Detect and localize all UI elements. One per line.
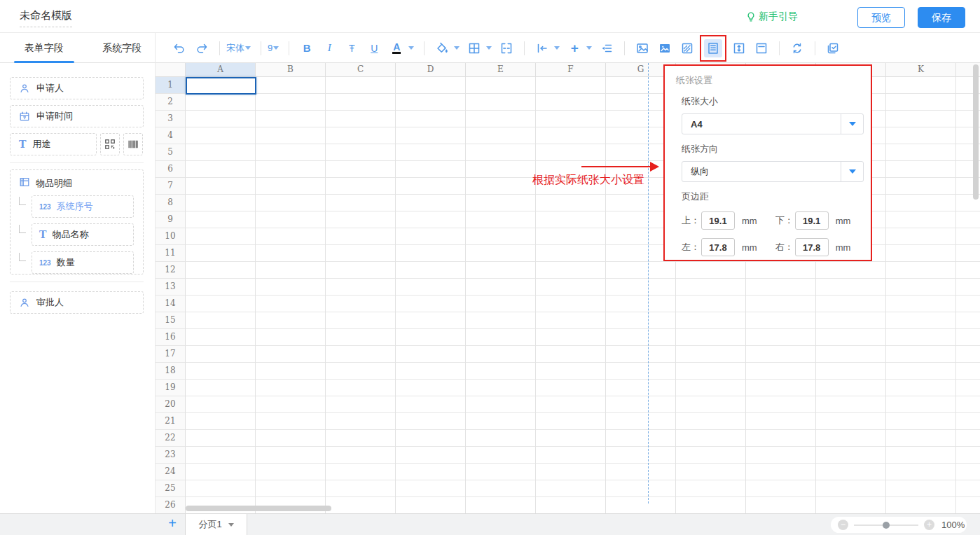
save-button[interactable]: 保存	[918, 7, 965, 28]
column-header[interactable]: D	[396, 63, 466, 76]
field-item-name[interactable]: T 物品名称	[32, 223, 134, 246]
field-quantity[interactable]: 123 数量	[32, 251, 134, 274]
row-header[interactable]: 1	[156, 77, 186, 94]
font-color-caret-icon[interactable]	[408, 46, 414, 50]
row-header[interactable]: 20	[156, 396, 186, 413]
column-header[interactable]: C	[326, 63, 396, 76]
field-group-item-detail[interactable]: 物品明细 123 系统序号 T 物品名称 123 数	[10, 169, 144, 275]
column-header[interactable]: E	[466, 63, 536, 76]
insert-image-filled-button[interactable]	[656, 39, 674, 57]
beginner-guide-link[interactable]: 新手引导	[746, 11, 798, 23]
zoom-slider-track[interactable]	[854, 524, 918, 526]
row-header[interactable]: 4	[156, 127, 186, 144]
column-header[interactable]: A	[186, 63, 256, 76]
row-header[interactable]: 19	[156, 380, 186, 396]
row-header[interactable]: 25	[156, 480, 186, 497]
page-break-button[interactable]	[752, 39, 771, 57]
margin-row-top-bottom: 上： mm 下： mm	[682, 211, 860, 230]
tab-system-fields[interactable]: 系统字段	[90, 33, 156, 63]
page-setup-button[interactable]	[704, 39, 722, 57]
font-family-select[interactable]: 宋体	[226, 42, 244, 55]
row-header[interactable]: 22	[156, 430, 186, 447]
select-arrow-box[interactable]	[841, 162, 863, 181]
sheet-tab-caret-icon[interactable]	[228, 523, 234, 527]
bold-button[interactable]: B	[298, 39, 316, 57]
row-header[interactable]: 3	[156, 111, 186, 127]
field-applicant[interactable]: 申请人	[10, 77, 144, 99]
fill-color-caret-icon[interactable]	[454, 46, 460, 50]
preview-button[interactable]: 预览	[857, 7, 905, 28]
row-header[interactable]: 11	[156, 245, 186, 262]
borders-button[interactable]	[465, 39, 483, 57]
row-header[interactable]: 23	[156, 447, 186, 464]
merge-cells-button[interactable]	[497, 39, 516, 57]
underline-button[interactable]: U	[365, 39, 383, 57]
copy-check-button[interactable]	[824, 39, 842, 57]
field-apply-time[interactable]: 申请时间	[10, 105, 144, 127]
margin-left-input[interactable]	[701, 238, 735, 256]
align-caret-icon[interactable]	[554, 46, 560, 50]
row-header[interactable]: 18	[156, 363, 186, 380]
row-header[interactable]: 14	[156, 296, 186, 312]
field-approver[interactable]: 审批人	[10, 291, 144, 314]
field-purpose[interactable]: T 用途	[10, 133, 97, 155]
barcode-button[interactable]	[123, 133, 143, 155]
italic-button[interactable]: I	[320, 39, 338, 57]
insert-image-button[interactable]	[633, 39, 651, 57]
orientation-select[interactable]: 纵向	[682, 161, 864, 182]
column-header[interactable]: B	[256, 63, 326, 76]
indent-button[interactable]	[598, 39, 616, 57]
selected-cell-a1[interactable]	[186, 77, 256, 95]
column-header[interactable]: F	[536, 63, 606, 76]
sheet-tab[interactable]: 分页1	[185, 514, 247, 535]
horizontal-scrollbar[interactable]	[186, 506, 331, 511]
row-header[interactable]: 5	[156, 144, 186, 161]
row-header[interactable]: 24	[156, 464, 186, 480]
template-title[interactable]: 未命名模版	[20, 9, 72, 27]
zoom-in-button[interactable]: +	[924, 520, 934, 530]
toolbar-divider	[624, 41, 625, 55]
align-button[interactable]	[533, 39, 551, 57]
row-header[interactable]: 12	[156, 262, 186, 279]
font-family-caret-icon[interactable]	[245, 46, 251, 50]
borders-caret-icon[interactable]	[486, 46, 492, 50]
vertical-scrollbar[interactable]	[973, 64, 979, 200]
qrcode-button[interactable]	[100, 133, 120, 155]
row-header[interactable]: 10	[156, 228, 186, 245]
stamp-button[interactable]	[678, 39, 696, 57]
insert-caret-icon[interactable]	[586, 46, 592, 50]
font-size-select[interactable]: 9	[268, 43, 272, 53]
strikethrough-button[interactable]: Ŧ	[343, 39, 361, 57]
row-header[interactable]: 7	[156, 178, 186, 195]
row-header[interactable]: 21	[156, 413, 186, 430]
select-all-corner[interactable]	[156, 63, 186, 77]
fill-color-button[interactable]	[433, 39, 451, 57]
row-header[interactable]: 16	[156, 329, 186, 346]
paper-size-select[interactable]: A4	[682, 113, 864, 134]
insert-button[interactable]: +	[565, 39, 584, 57]
select-arrow-box[interactable]	[841, 114, 863, 134]
row-header[interactable]: 15	[156, 312, 186, 329]
margin-bottom-input[interactable]	[795, 211, 829, 230]
font-color-button[interactable]: A	[392, 42, 401, 54]
zoom-out-button[interactable]: −	[838, 520, 848, 530]
undo-button[interactable]	[170, 39, 188, 57]
refresh-button[interactable]	[788, 39, 806, 57]
row-header[interactable]: 13	[156, 279, 186, 296]
field-serial[interactable]: 123 系统序号	[32, 195, 134, 218]
column-header[interactable]: K	[886, 63, 956, 76]
redo-button[interactable]	[193, 39, 211, 57]
row-height-button[interactable]	[730, 39, 748, 57]
row-header[interactable]: 17	[156, 346, 186, 363]
font-size-caret-icon[interactable]	[273, 46, 279, 50]
row-header[interactable]: 26	[156, 497, 186, 513]
row-header[interactable]: 9	[156, 211, 186, 228]
tab-form-fields[interactable]: 表单字段	[11, 33, 77, 63]
add-sheet-button[interactable]: +	[164, 515, 181, 531]
zoom-slider-handle[interactable]	[883, 522, 890, 529]
margin-top-input[interactable]	[701, 211, 735, 230]
row-header[interactable]: 6	[156, 161, 186, 178]
row-header[interactable]: 2	[156, 94, 186, 111]
margin-right-input[interactable]	[795, 238, 829, 256]
row-header[interactable]: 8	[156, 195, 186, 211]
